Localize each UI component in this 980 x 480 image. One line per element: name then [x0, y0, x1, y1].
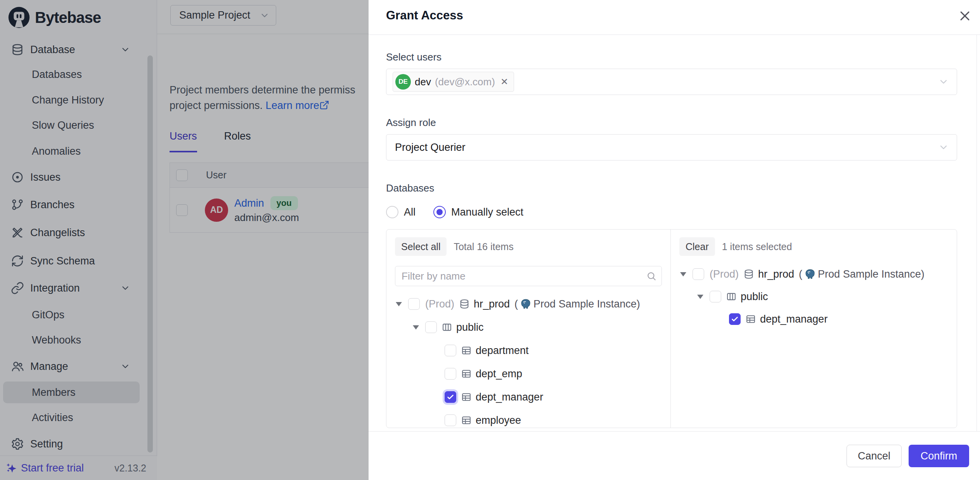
assign-role-label: Assign role — [386, 117, 957, 129]
avatar: DE — [395, 74, 411, 90]
select-users-input[interactable]: DE dev (dev@x.com) ✕ — [386, 69, 957, 95]
checkbox[interactable] — [710, 291, 721, 302]
table-icon — [461, 368, 472, 379]
selected-user-chip: DE dev (dev@x.com) ✕ — [393, 72, 514, 92]
checkbox[interactable] — [408, 298, 420, 310]
table-icon — [461, 392, 472, 402]
search-icon — [646, 271, 656, 281]
caret-down-icon[interactable] — [679, 272, 687, 276]
source-tree: (Prod) hr_prod ( Prod Sample Instance) p… — [395, 292, 662, 428]
caret-down-icon[interactable] — [395, 302, 403, 306]
checkbox[interactable] — [425, 321, 437, 333]
total-items-label: Total 16 items — [454, 241, 513, 252]
grant-access-modal: Grant Access Select users DE dev (dev@x.… — [369, 0, 980, 480]
confirm-button[interactable]: Confirm — [909, 445, 969, 467]
check-icon — [731, 315, 739, 323]
checkbox[interactable] — [445, 345, 456, 356]
chevron-down-icon — [938, 142, 949, 153]
tree-row-schema[interactable]: public — [679, 285, 948, 308]
checkbox[interactable] — [693, 268, 704, 280]
modal-header: Grant Access — [369, 0, 980, 35]
tree-row-schema[interactable]: public — [395, 316, 662, 339]
radio-manually-select[interactable] — [433, 206, 446, 218]
database-scope-radios: All Manually select — [386, 206, 957, 218]
table-icon — [745, 314, 756, 325]
database-transfer-panel: Select all Total 16 items (Prod) — [386, 229, 957, 428]
modal-title: Grant Access — [386, 9, 463, 22]
tree-row-table[interactable]: department — [395, 339, 662, 362]
postgresql-icon — [520, 299, 531, 309]
target-tree: (Prod) hr_prod ( Prod Sample Instance) p… — [679, 263, 948, 330]
selected-count-label: 1 items selected — [722, 241, 792, 252]
filter-input[interactable] — [395, 266, 662, 286]
checkbox-checked[interactable] — [445, 391, 456, 403]
app-window: Bytebase Database Databases Change Histo… — [0, 0, 980, 480]
tree-row-database[interactable]: (Prod) hr_prod ( Prod Sample Instance) — [679, 263, 948, 285]
database-icon — [459, 299, 470, 309]
chevron-down-icon — [938, 76, 949, 87]
cancel-button[interactable]: Cancel — [847, 445, 902, 467]
clear-button[interactable]: Clear — [679, 237, 715, 256]
schema-icon — [726, 291, 737, 302]
table-icon — [461, 345, 472, 356]
tree-row-table[interactable]: dept_manager — [395, 385, 662, 409]
table-icon — [461, 415, 472, 426]
databases-label: Databases — [386, 182, 957, 194]
transfer-target-panel: Clear 1 items selected (Prod) hr_prod ( — [671, 230, 957, 428]
modal-backdrop[interactable] — [0, 0, 369, 480]
radio-all[interactable] — [386, 206, 398, 218]
remove-user-icon[interactable]: ✕ — [500, 76, 508, 87]
modal-scrollbar-track[interactable] — [977, 35, 977, 431]
tree-row-table[interactable]: dept_manager — [679, 308, 948, 330]
checkbox[interactable] — [445, 368, 456, 380]
checkbox[interactable] — [445, 414, 456, 426]
transfer-source-panel: Select all Total 16 items (Prod) — [386, 230, 671, 428]
close-icon[interactable] — [958, 9, 971, 22]
tree-row-table[interactable]: dept_emp — [395, 362, 662, 385]
postgresql-icon — [805, 269, 816, 280]
tree-row-database[interactable]: (Prod) hr_prod ( Prod Sample Instance) — [395, 292, 662, 316]
select-users-label: Select users — [386, 51, 957, 63]
modal-body: Select users DE dev (dev@x.com) ✕ Assign… — [369, 35, 980, 431]
database-icon — [743, 269, 754, 280]
caret-down-icon[interactable] — [696, 295, 704, 299]
schema-icon — [442, 322, 452, 333]
caret-down-icon[interactable] — [412, 325, 420, 330]
tree-row-table[interactable]: employee — [395, 409, 662, 428]
check-icon — [446, 393, 455, 401]
assign-role-select[interactable]: Project Querier — [386, 134, 957, 161]
checkbox-checked[interactable] — [729, 313, 741, 325]
select-all-button[interactable]: Select all — [395, 237, 447, 256]
modal-footer: Cancel Confirm — [369, 431, 980, 480]
